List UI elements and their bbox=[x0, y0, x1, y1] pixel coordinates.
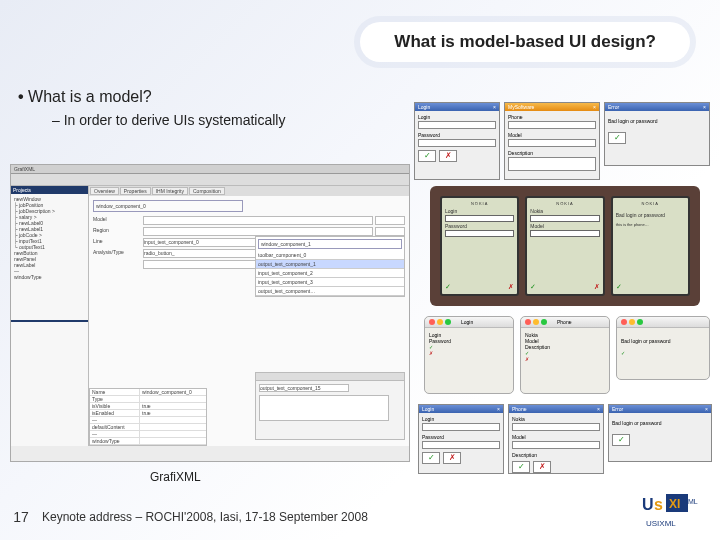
page-number: 17 bbox=[0, 509, 42, 525]
ok-button[interactable]: ✓ bbox=[621, 350, 705, 356]
grid-cell[interactable] bbox=[143, 216, 373, 225]
error-message: Bad login or password bbox=[608, 118, 706, 124]
desc-field[interactable] bbox=[512, 441, 600, 449]
tab[interactable]: Overview bbox=[90, 187, 119, 195]
error-message: Bad login or password bbox=[621, 338, 705, 344]
tree-item: windowType bbox=[11, 274, 88, 280]
label-model: Model bbox=[530, 223, 599, 229]
label-nokia: Nokia bbox=[512, 416, 600, 422]
ok-button[interactable]: ✓ bbox=[418, 150, 436, 162]
component-label: window_component_0 bbox=[93, 200, 243, 212]
prop-name: — bbox=[90, 417, 140, 423]
cross-icon: ✗ bbox=[449, 454, 456, 462]
label-password: Password bbox=[422, 434, 500, 440]
tab[interactable]: Composition bbox=[189, 187, 225, 195]
label-nokia: Nokia bbox=[530, 208, 599, 214]
cross-icon: ✗ bbox=[445, 152, 452, 160]
zoom-icon[interactable] bbox=[637, 319, 643, 325]
password-field[interactable] bbox=[418, 139, 496, 147]
close-icon[interactable]: × bbox=[705, 406, 708, 412]
usixml-logo: U s XI USIXML ML bbox=[640, 492, 710, 534]
svg-text:USIXML: USIXML bbox=[646, 519, 676, 528]
grid-cell[interactable] bbox=[375, 227, 405, 236]
svg-text:XI: XI bbox=[669, 497, 680, 511]
label-phone: Phone bbox=[508, 114, 596, 120]
zoom-icon[interactable] bbox=[541, 319, 547, 325]
panel-item[interactable]: output_text_component… bbox=[256, 287, 404, 296]
cancel-button[interactable]: ✗ bbox=[525, 356, 605, 362]
label-desc: Description bbox=[512, 452, 600, 458]
ok-button[interactable]: ✓ bbox=[422, 452, 440, 464]
panel-item[interactable]: output_text_component_1 bbox=[256, 260, 404, 269]
login-field[interactable] bbox=[445, 215, 514, 222]
prop-value[interactable] bbox=[140, 431, 144, 437]
grid-cell[interactable] bbox=[143, 227, 373, 236]
close-icon[interactable]: × bbox=[597, 406, 600, 412]
tab[interactable]: Properties bbox=[120, 187, 151, 195]
hint-text: this is the phone… bbox=[616, 222, 685, 227]
cancel-button[interactable]: ✗ bbox=[533, 461, 551, 473]
cross-icon: ✗ bbox=[429, 350, 433, 356]
tree-header: Projects bbox=[11, 186, 88, 194]
nokia-phone-mockup: NOKIA Login Password ✓✗ NOKIA Nokia Mode… bbox=[430, 186, 700, 306]
password-field[interactable] bbox=[422, 441, 500, 449]
ok-button[interactable]: ✓ bbox=[612, 434, 630, 446]
login-field[interactable] bbox=[418, 121, 496, 129]
prop-value[interactable]: window_component_0 bbox=[140, 389, 194, 395]
close-icon[interactable]: × bbox=[593, 104, 596, 110]
tab[interactable]: IHM Integrity bbox=[152, 187, 188, 195]
cross-icon: ✗ bbox=[539, 463, 546, 471]
phone-select[interactable] bbox=[508, 121, 596, 129]
error-message: Bad login or password bbox=[612, 420, 708, 426]
cancel-button[interactable]: ✗ bbox=[439, 150, 457, 162]
grid-cell[interactable] bbox=[375, 216, 405, 225]
grafixml-tabs: Overview Properties IHM Integrity Compos… bbox=[89, 186, 409, 196]
password-field[interactable] bbox=[445, 230, 514, 237]
close-icon[interactable] bbox=[525, 319, 531, 325]
phone-dialog-win2: Phone× Nokia Model Description ✓✗ bbox=[508, 404, 604, 474]
prop-value[interactable] bbox=[140, 417, 144, 423]
close-icon[interactable]: × bbox=[497, 406, 500, 412]
check-icon[interactable]: ✓ bbox=[616, 283, 622, 291]
panel-item[interactable]: toolbar_component_0 bbox=[256, 251, 404, 260]
nokia-brand: NOKIA bbox=[616, 201, 685, 206]
panel-item[interactable]: input_text_component_3 bbox=[256, 278, 404, 287]
grid-label: Region bbox=[93, 227, 141, 236]
prop-value[interactable] bbox=[140, 438, 144, 444]
grid-cell[interactable]: input_text_component_0 bbox=[143, 238, 273, 247]
cancel-button[interactable]: ✗ bbox=[443, 452, 461, 464]
minimize-icon[interactable] bbox=[629, 319, 635, 325]
tree-footer bbox=[11, 320, 88, 322]
cancel-button[interactable]: ✗ bbox=[429, 350, 509, 356]
prop-value[interactable] bbox=[140, 424, 144, 430]
cross-icon[interactable]: ✗ bbox=[508, 283, 514, 291]
prop-value[interactable] bbox=[140, 396, 144, 402]
component-panel: window_component_1 toolbar_component_0 o… bbox=[255, 236, 405, 297]
prop-value[interactable]: true bbox=[140, 403, 153, 409]
label-login: Login bbox=[445, 208, 514, 214]
grid-cell[interactable]: radio_button_ bbox=[143, 249, 273, 258]
ok-button[interactable]: ✓ bbox=[512, 461, 530, 473]
login-field[interactable] bbox=[422, 423, 500, 431]
close-icon[interactable]: × bbox=[703, 104, 706, 110]
prop-name: Name bbox=[90, 389, 140, 395]
model-field[interactable] bbox=[512, 423, 600, 431]
slide-title: What is model-based UI design? bbox=[360, 22, 690, 62]
close-icon[interactable] bbox=[429, 319, 435, 325]
prop-value[interactable]: true bbox=[140, 410, 153, 416]
close-icon[interactable]: × bbox=[493, 104, 496, 110]
panel-item[interactable]: input_text_component_2 bbox=[256, 269, 404, 278]
desc-field[interactable] bbox=[508, 157, 596, 171]
cross-icon[interactable]: ✗ bbox=[594, 283, 600, 291]
model-field[interactable] bbox=[508, 139, 596, 147]
model-field[interactable] bbox=[530, 215, 599, 222]
desc-field[interactable] bbox=[530, 230, 599, 237]
minimize-icon[interactable] bbox=[533, 319, 539, 325]
zoom-icon[interactable] bbox=[445, 319, 451, 325]
check-icon[interactable]: ✓ bbox=[445, 283, 451, 291]
minimize-icon[interactable] bbox=[437, 319, 443, 325]
close-icon[interactable] bbox=[621, 319, 627, 325]
ok-button[interactable]: ✓ bbox=[608, 132, 626, 144]
check-icon[interactable]: ✓ bbox=[530, 283, 536, 291]
error-dialog-win2: Error× Bad login or password ✓ bbox=[608, 404, 712, 462]
